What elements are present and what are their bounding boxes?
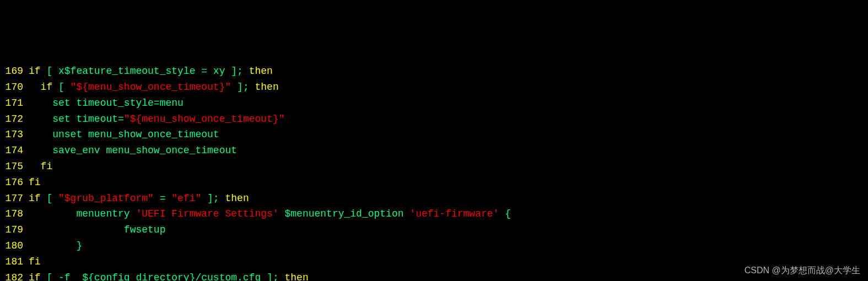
code-token: save_env xyxy=(52,145,100,156)
code-token: menu_show_once_timeout xyxy=(82,129,219,140)
code-line: 171 set timeout_style=menu xyxy=(0,95,868,111)
code-token: if xyxy=(41,82,53,93)
code-editor: 169if [ x$feature_timeout_style = xy ]; … xyxy=(0,63,868,281)
line-number: 173 xyxy=(0,127,23,143)
code-line: 174 save_env menu_show_once_timeout xyxy=(0,143,868,159)
code-line: 173 unset menu_show_once_timeout xyxy=(0,127,868,143)
code-token: $menuentry_id_option xyxy=(279,208,410,219)
code-token: if xyxy=(29,66,41,77)
code-token: if xyxy=(29,272,41,281)
code-line: 175 fi xyxy=(0,159,868,175)
watermark-text: CSDN @为梦想而战@大学生 xyxy=(745,263,860,278)
line-number: 175 xyxy=(0,159,23,175)
line-number: 181 xyxy=(0,254,23,270)
line-number: 170 xyxy=(0,79,23,95)
code-token: set xyxy=(52,114,70,125)
code-line: 182if [ -f ${config_directory}/custom.cf… xyxy=(0,270,868,281)
code-token: menu_show_once_timeout xyxy=(100,145,237,156)
code-token: "efi" xyxy=(171,193,201,204)
code-token: "$grub_platform" xyxy=(58,193,154,204)
code-token: then xyxy=(225,193,249,204)
code-token: fi xyxy=(29,177,41,188)
code-token: unset xyxy=(52,129,82,140)
code-token xyxy=(29,145,52,156)
code-line: 180 } xyxy=(0,238,868,254)
code-token: fwsetup xyxy=(29,224,165,235)
code-token xyxy=(29,82,41,93)
line-number: 171 xyxy=(0,95,23,111)
code-line: 181fi xyxy=(0,254,868,270)
code-token: ]; xyxy=(231,82,255,93)
code-token: "${menu_show_once_timeout}" xyxy=(71,82,231,93)
line-number: 174 xyxy=(0,143,23,159)
code-token: } xyxy=(29,240,82,251)
code-line: 172 set timeout="${menu_show_once_timeou… xyxy=(0,111,868,127)
code-line: 170 if [ "${menu_show_once_timeout}" ]; … xyxy=(0,79,868,95)
code-token: timeout_style=menu xyxy=(71,98,184,109)
code-line: 176fi xyxy=(0,175,868,191)
line-number: 178 xyxy=(0,206,23,222)
code-token: 'uefi-firmware' xyxy=(409,208,499,219)
code-token: fi xyxy=(29,256,41,267)
code-token: then xyxy=(255,82,279,93)
code-token: then xyxy=(249,66,273,77)
code-line: 177if [ "$grub_platform" = "efi" ]; then xyxy=(0,191,868,207)
code-token: fi xyxy=(41,161,53,172)
code-token: [ xyxy=(52,82,70,93)
line-number: 179 xyxy=(0,222,23,238)
line-number: 169 xyxy=(0,63,23,79)
code-token: 'UEFI Firmware Settings' xyxy=(136,208,278,219)
code-token xyxy=(29,114,52,125)
code-token xyxy=(29,161,41,172)
code-token: if xyxy=(29,193,41,204)
code-token: [ xyxy=(41,193,58,204)
code-token xyxy=(29,98,52,109)
code-token: timeout= xyxy=(71,114,124,125)
code-token: then xyxy=(284,272,308,281)
code-token: [ x$feature_timeout_style = xy ]; xyxy=(41,66,249,77)
code-line: 169if [ x$feature_timeout_style = xy ]; … xyxy=(0,63,868,79)
code-token: ]; xyxy=(201,193,225,204)
code-token: [ -f ${config_directory}/custom.cfg ]; xyxy=(41,272,285,281)
code-token: = xyxy=(154,193,171,204)
code-token: "${menu_show_once_timeout}" xyxy=(124,114,285,125)
line-number: 182 xyxy=(0,270,23,281)
line-number: 180 xyxy=(0,238,23,254)
code-token: set xyxy=(52,98,70,109)
line-number: 172 xyxy=(0,111,23,127)
code-line: 179 fwsetup xyxy=(0,222,868,238)
line-number: 177 xyxy=(0,191,23,207)
code-token: { xyxy=(499,208,511,219)
line-number: 176 xyxy=(0,175,23,191)
code-token xyxy=(29,129,52,140)
code-token: menuentry xyxy=(29,208,136,219)
code-line: 178 menuentry 'UEFI Firmware Settings' $… xyxy=(0,206,868,222)
